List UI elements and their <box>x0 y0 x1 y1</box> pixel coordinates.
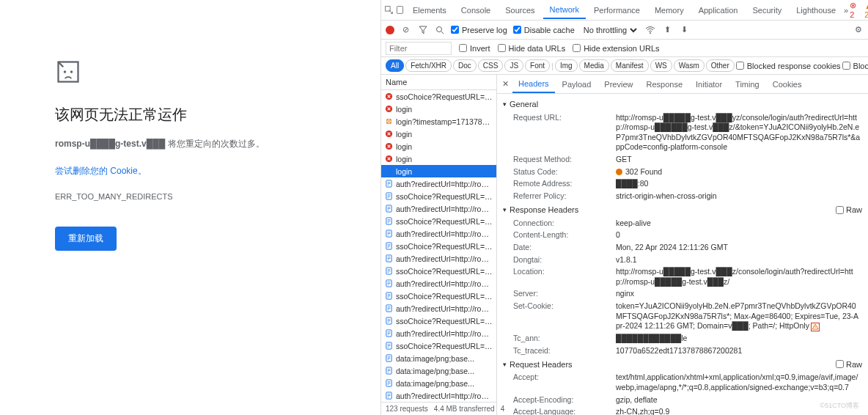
request-row[interactable]: auth?redirectUrl=http://romsp-u... <box>381 302 496 315</box>
tab-performance[interactable]: Performance <box>587 2 647 18</box>
clear-cookies-link[interactable]: 尝试删除您的 Cookie。 <box>55 165 358 177</box>
request-row[interactable]: ssoChoice?RequestURL=http%3... <box>381 290 496 302</box>
svg-point-5 <box>436 26 441 32</box>
request-row[interactable]: login <box>381 153 496 165</box>
warning-badge[interactable]: ▲ 2 <box>864 1 868 19</box>
sad-page-icon <box>55 59 81 85</box>
detail-tab-cookies[interactable]: Cookies <box>767 76 808 92</box>
tab-elements[interactable]: Elements <box>406 2 453 18</box>
request-row[interactable]: auth?redirectUrl=http://romsp-u... <box>381 327 496 339</box>
detail-tab-preview[interactable]: Preview <box>598 76 639 92</box>
tab-sources[interactable]: Sources <box>499 2 541 18</box>
request-row[interactable]: ssoChoice?RequestURL=http%3... <box>381 315 496 327</box>
request-row[interactable]: auth?redirectUrl=http://romsp-u... <box>381 277 496 290</box>
devtools-tabs: Elements Console Sources Network Perform… <box>381 0 868 21</box>
error-page: 该网页无法正常运作 romsp-u████g-test.v███ 将您重定向的次… <box>0 0 381 415</box>
device-icon[interactable] <box>395 4 405 15</box>
request-row[interactable]: auth?redirectUrl=http://romsp-u... <box>381 389 496 402</box>
tab-lighthouse[interactable]: Lighthouse <box>790 2 842 18</box>
status-icon <box>384 392 393 400</box>
status-icon <box>384 292 393 301</box>
download-icon[interactable]: ⬇ <box>679 24 690 35</box>
tab-memory[interactable]: Memory <box>648 2 691 18</box>
request-row[interactable]: ssoChoice?RequestURL=http%3... <box>381 265 496 277</box>
detail-tab-payload[interactable]: Payload <box>556 76 597 92</box>
tab-network[interactable]: Network <box>543 1 586 19</box>
throttling-select[interactable]: No throttling <box>581 25 639 35</box>
status-icon <box>384 155 393 164</box>
hide-data-check[interactable]: Hide data URLs <box>498 44 566 53</box>
clear-icon[interactable]: ⊘ <box>400 24 411 35</box>
response-headers-section[interactable]: Response Headers Raw <box>503 202 862 217</box>
wifi-icon[interactable] <box>645 24 656 35</box>
raw-request-check[interactable] <box>836 360 844 368</box>
detail-tab-headers[interactable]: Headers <box>512 76 555 93</box>
filter-ws[interactable]: WS <box>650 59 672 72</box>
filter-wasm[interactable]: Wasm <box>674 59 705 72</box>
tab-security[interactable]: Security <box>746 2 788 18</box>
search-icon[interactable] <box>434 24 445 35</box>
request-row[interactable]: auth?redirectUrl=http://romsp-u... <box>381 202 496 215</box>
filter-manifest[interactable]: Manifest <box>611 59 649 72</box>
request-row[interactable]: data:image/png;base... <box>381 352 496 364</box>
status-icon <box>384 167 393 176</box>
tab-console[interactable]: Console <box>455 2 497 18</box>
detail-tab-initiator[interactable]: Initiator <box>690 76 728 92</box>
filter-input[interactable] <box>386 42 452 55</box>
status-icon <box>384 180 393 188</box>
request-row[interactable]: login <box>381 165 496 177</box>
status-icon <box>384 317 393 326</box>
filter-img[interactable]: Img <box>555 59 578 72</box>
request-row[interactable]: ssoChoice?RequestURL=http%3... <box>381 90 496 103</box>
reload-button[interactable]: 重新加载 <box>55 227 117 251</box>
status-icon <box>384 354 393 363</box>
hide-ext-check[interactable]: Hide extension URLs <box>573 44 659 53</box>
request-row[interactable]: ssoChoice?RequestURL=http%3... <box>381 190 496 202</box>
upload-icon[interactable]: ⬆ <box>662 24 673 35</box>
status-icon <box>384 130 393 139</box>
request-row[interactable]: data:image/png;base... <box>381 377 496 389</box>
request-row[interactable]: auth?redirectUrl=http://romsp-u... <box>381 177 496 190</box>
general-section[interactable]: General <box>503 97 862 111</box>
funnel-icon[interactable] <box>417 24 428 35</box>
raw-response-check[interactable] <box>836 206 844 214</box>
request-row[interactable]: ssoChoice?RequestURL=http%3... <box>381 215 496 227</box>
invert-check[interactable]: Invert <box>459 44 490 53</box>
request-list: Name ssoChoice?RequestURL=http%3...login… <box>381 75 497 415</box>
filter-font[interactable]: Font <box>525 59 550 72</box>
request-row[interactable]: ssoChoice?RequestURL=http... <box>381 339 496 352</box>
settings-icon[interactable]: ⚙ <box>853 24 864 35</box>
request-row[interactable]: auth?redirectUrl=http://romsp-u... <box>381 252 496 265</box>
filter-other[interactable]: Other <box>706 59 735 72</box>
request-row[interactable]: login <box>381 140 496 153</box>
status-dot-icon <box>616 169 622 175</box>
preserve-log-check[interactable]: Preserve log <box>451 26 507 34</box>
status-icon <box>384 142 393 151</box>
blocked-requests-check[interactable]: Blocked requests <box>842 62 868 70</box>
request-row[interactable]: auth?redirectUrl=http://romsp-u... <box>381 227 496 240</box>
close-detail-icon[interactable]: ✕ <box>500 78 511 89</box>
inspect-icon[interactable] <box>384 4 394 15</box>
request-row[interactable]: login <box>381 103 496 115</box>
more-tabs-icon[interactable]: » <box>844 4 848 15</box>
detail-tab-timing[interactable]: Timing <box>729 76 765 92</box>
status-bar: 123 requests 4.4 MB transferred 4 <box>381 402 496 415</box>
filter-doc[interactable]: Doc <box>453 59 477 72</box>
detail-tab-response[interactable]: Response <box>640 76 688 92</box>
disable-cache-check[interactable]: Disable cache <box>513 26 575 34</box>
tab-application[interactable]: Application <box>692 2 745 18</box>
filter-media[interactable]: Media <box>579 59 609 72</box>
blocked-cookies-check[interactable]: Blocked response cookies <box>736 62 841 70</box>
error-badge[interactable]: ⊗ 2 <box>850 1 860 19</box>
request-row[interactable]: login <box>381 128 496 140</box>
request-row[interactable]: login?timestamp=1713787886578 <box>381 115 496 128</box>
request-row[interactable]: data:image/png;base... <box>381 364 496 377</box>
filter-css[interactable]: CSS <box>478 59 504 72</box>
record-icon[interactable] <box>386 26 394 34</box>
request-row[interactable]: ssoChoice?RequestURL=http%3... <box>381 240 496 252</box>
request-headers-section[interactable]: Request Headers Raw <box>503 357 862 372</box>
filter-js[interactable]: JS <box>504 59 523 72</box>
name-column-header[interactable]: Name <box>381 75 496 90</box>
filter-all[interactable]: All <box>386 59 404 72</box>
filter-fetch[interactable]: Fetch/XHR <box>405 59 452 72</box>
